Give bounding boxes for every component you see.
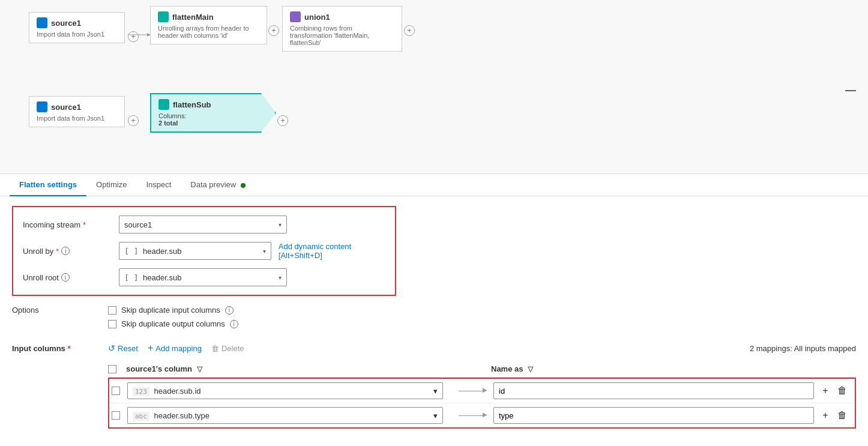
unroll-by-label: Unroll by * i	[23, 247, 119, 256]
unroll-root-info-icon[interactable]: i	[61, 273, 70, 282]
row1-nameas-input[interactable]	[493, 382, 814, 399]
node-flattenSub-desc: Columns:2 total	[158, 112, 265, 127]
unroll-by-row: Unroll by * i [ ] header.sub ▾ Add d	[23, 242, 385, 260]
row2-actions: + 🗑	[819, 409, 855, 422]
data-preview-dot	[241, 183, 246, 188]
tab-optimize[interactable]: Optimize	[86, 174, 136, 196]
row2-delete-btn[interactable]: 🗑	[836, 409, 849, 422]
skip-dup-output-info-icon[interactable]: i	[230, 320, 238, 328]
node-flattenMain-label: flattenMain	[172, 13, 214, 22]
row2-arrow	[453, 415, 489, 416]
row2-source-col: abc header.sub.type ▾	[122, 407, 453, 424]
skip-dup-input-row: Skip duplicate input columns i	[108, 306, 238, 315]
incoming-stream-value: source1	[124, 220, 152, 229]
node-source1-bot[interactable]: source1 Import data from Json1	[29, 96, 125, 127]
node-flattenSub[interactable]: flattenSub Columns:2 total	[150, 93, 276, 133]
header-checkbox-col	[108, 365, 121, 373]
node-source1-top-label: source1	[51, 19, 81, 28]
tab-data-preview[interactable]: Data preview	[181, 174, 255, 196]
select-all-checkbox[interactable]	[108, 365, 116, 373]
incoming-stream-dropdown[interactable]: source1 ▾	[119, 215, 287, 234]
chevron-down-icon-row2: ▾	[433, 411, 438, 420]
plus-btn-4[interactable]: +	[128, 115, 139, 126]
table-header: source1's column ▽ Name as ▽	[108, 361, 856, 378]
unroll-root-value: header.sub	[143, 273, 181, 282]
source-column-header: source1's column ▽	[121, 364, 455, 373]
unroll-by-value: header.sub	[143, 247, 181, 256]
options-controls: Skip duplicate input columns i Skip dupl…	[108, 306, 238, 333]
mapping-row-1: 123 header.sub.id ▾ + 🗑	[109, 379, 855, 403]
unroll-root-prefix: [ ]	[124, 273, 138, 282]
input-columns-label: Input columns *	[12, 344, 108, 353]
plus-btn-3[interactable]: +	[404, 25, 415, 36]
skip-dup-input-info-icon[interactable]: i	[225, 306, 234, 315]
add-icon: +	[148, 343, 153, 354]
add-dynamic-content-link[interactable]: Add dynamic content [Alt+Shift+D]	[279, 242, 385, 260]
delete-icon: 🗑	[211, 344, 219, 353]
unroll-by-control: [ ] header.sub ▾ Add dynamic content [Al…	[119, 242, 385, 260]
delete-button[interactable]: 🗑 Delete	[211, 344, 244, 353]
row1-source-col: 123 header.sub.id ▾	[122, 382, 453, 399]
row1-source-value: header.sub.id	[154, 387, 201, 396]
minimize-btn[interactable]: —	[845, 84, 856, 97]
node-flattenMain-desc: Unrolling arrays from header to header w…	[158, 25, 259, 39]
incoming-stream-label: Incoming stream *	[23, 220, 119, 229]
options-label: Options	[12, 306, 108, 333]
bottom-panel: Flatten settings Optimize Inspect Data p…	[0, 174, 868, 446]
node-source1-bot-desc: Import data from Json1	[37, 115, 117, 122]
unroll-root-row: Unroll root i [ ] header.sub ▾	[23, 268, 385, 286]
row2-add-btn[interactable]: +	[819, 409, 832, 422]
mapping-rows-section: 123 header.sub.id ▾ + 🗑	[108, 378, 856, 429]
row1-type-prefix: 123	[133, 387, 149, 396]
row2-nameas-input[interactable]	[493, 407, 814, 424]
skip-dup-output-checkbox[interactable]	[108, 320, 116, 328]
input-columns-header: Input columns * ↺ Reset + Add mapping 🗑 …	[12, 343, 856, 354]
chevron-down-icon-row1: ▾	[433, 387, 438, 396]
unroll-root-label: Unroll root i	[23, 273, 119, 282]
node-flattenSub-label: flattenSub	[173, 100, 211, 109]
node-union1-label: union1	[304, 13, 330, 22]
node-flattenMain[interactable]: flattenMain Unrolling arrays from header…	[150, 6, 267, 44]
source-filter-icon[interactable]: ▽	[197, 365, 202, 373]
pipeline-canvas: source1 Import data from Json1 + flatten…	[0, 0, 868, 174]
unroll-by-info-icon[interactable]: i	[61, 247, 70, 255]
reset-button[interactable]: ↺ Reset	[108, 343, 138, 353]
name-as-filter-icon[interactable]: ▽	[528, 365, 533, 373]
options-section: Options Skip duplicate input columns i S…	[12, 306, 856, 333]
incoming-stream-control: source1 ▾	[119, 215, 385, 234]
unroll-root-dropdown[interactable]: [ ] header.sub ▾	[119, 268, 287, 286]
node-source1-top[interactable]: source1 Import data from Json1	[29, 12, 125, 43]
required-star-unroll: *	[56, 247, 59, 256]
add-mapping-button[interactable]: + Add mapping	[148, 343, 202, 354]
toolbar-actions: ↺ Reset + Add mapping 🗑 Delete	[108, 343, 244, 354]
unroll-root-control: [ ] header.sub ▾	[119, 268, 385, 286]
name-as-header: Name as ▽	[491, 364, 820, 373]
plus-btn-5[interactable]: +	[277, 115, 288, 126]
node-source1-bot-label: source1	[51, 103, 81, 112]
plus-btn-2[interactable]: +	[268, 25, 279, 36]
skip-dup-output-label: Skip duplicate output columns	[121, 319, 225, 328]
skip-dup-input-checkbox[interactable]	[108, 306, 116, 315]
row1-checkbox[interactable]	[112, 387, 120, 395]
plus-btn-1[interactable]: +	[128, 31, 139, 42]
unroll-by-dropdown[interactable]: [ ] header.sub ▾	[119, 242, 271, 260]
row2-source-value: header.sub.type	[154, 411, 210, 420]
row2-source-dropdown[interactable]: abc header.sub.type ▾	[127, 407, 443, 424]
chevron-down-icon-3: ▾	[279, 274, 282, 281]
input-columns-section: Input columns * ↺ Reset + Add mapping 🗑 …	[12, 343, 856, 429]
tab-inspect[interactable]: Inspect	[136, 174, 181, 196]
skip-dup-input-label: Skip duplicate input columns	[121, 306, 220, 315]
node-union1[interactable]: union1 Combining rows from transformatio…	[282, 6, 402, 52]
tab-flatten-settings[interactable]: Flatten settings	[10, 174, 86, 196]
row2-checkbox[interactable]	[112, 411, 120, 420]
row1-delete-btn[interactable]: 🗑	[836, 384, 849, 397]
chevron-down-icon: ▾	[279, 221, 282, 228]
flatten-settings-section: Incoming stream * source1 ▾ Unroll by * …	[12, 206, 396, 296]
skip-dup-output-row: Skip duplicate output columns i	[108, 319, 238, 328]
row2-type-prefix: abc	[133, 412, 149, 421]
row1-source-dropdown[interactable]: 123 header.sub.id ▾	[127, 382, 443, 399]
tabs-bar: Flatten settings Optimize Inspect Data p…	[0, 174, 868, 196]
row1-actions: + 🗑	[819, 384, 855, 397]
mappings-count: 2 mappings: All inputs mapped	[750, 344, 856, 353]
row1-add-btn[interactable]: +	[819, 384, 832, 397]
